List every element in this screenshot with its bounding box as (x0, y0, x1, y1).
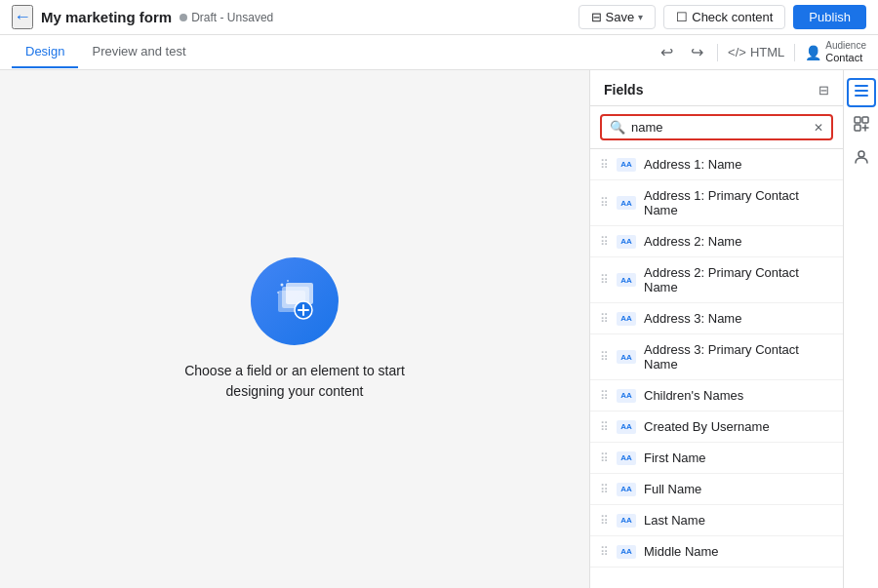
publish-label: Publish (809, 10, 851, 24)
clear-icon[interactable]: ✕ (814, 121, 823, 135)
field-name: Address 2: Primary Contact Name (644, 265, 833, 294)
undo-button[interactable]: ↩ (657, 41, 677, 63)
publish-button[interactable]: Publish (793, 5, 866, 29)
sidebar-personalize-button[interactable] (847, 144, 876, 174)
grid-icon: ⊟ (818, 83, 829, 98)
placeholder-icon (251, 257, 339, 345)
field-type-icon: AA (617, 420, 636, 434)
field-name: Address 1: Name (644, 157, 741, 172)
topbar-right: ⊟ Save ▾ ☐ Check content Publish (579, 5, 866, 29)
field-type-icon: AA (617, 273, 636, 287)
field-type-icon: AA (617, 312, 636, 326)
tab-design-label: Design (25, 44, 64, 59)
main-content: Choose a field or an element to start de… (0, 70, 878, 588)
search-input[interactable] (631, 120, 808, 135)
drag-handle-icon: ⠿ (600, 483, 609, 496)
list-item[interactable]: ⠿ AA Address 3: Primary Contact Name (590, 334, 843, 380)
field-name: Address 3: Name (644, 311, 741, 326)
divider (717, 44, 718, 61)
check-content-button[interactable]: ☐ Check content (663, 5, 785, 29)
back-button[interactable]: ← (12, 5, 33, 29)
fields-title: Fields (604, 82, 643, 98)
drag-handle-icon: ⠿ (600, 196, 609, 210)
canvas-placeholder: Choose a field or an element to start de… (184, 257, 405, 402)
list-item[interactable]: ⠿ AA Address 3: Name (590, 303, 843, 334)
html-button[interactable]: </> HTML (728, 45, 784, 59)
svg-rect-14 (855, 125, 860, 131)
list-item[interactable]: ⠿ AA Address 2: Name (590, 226, 843, 257)
check-content-label: Check content (692, 10, 773, 24)
list-item[interactable]: ⠿ AA First Name (590, 443, 843, 474)
tabs-container: Design Preview and test (12, 36, 200, 68)
list-item[interactable]: ⠿ AA Address 2: Primary Contact Name (590, 257, 843, 303)
field-name: Created By Username (644, 419, 770, 434)
drag-handle-icon: ⠿ (600, 514, 609, 528)
drag-handle-icon: ⠿ (600, 350, 609, 364)
redo-button[interactable]: ↪ (687, 41, 707, 63)
field-type-icon: AA (617, 483, 636, 496)
divider2 (794, 44, 795, 61)
list-item[interactable]: ⠿ AA Address 1: Name (590, 149, 843, 180)
save-icon: ⊟ (591, 10, 602, 24)
personalize-icon (853, 148, 870, 170)
drag-handle-icon: ⠿ (600, 389, 609, 403)
list-item[interactable]: ⠿ AA Middle Name (590, 536, 843, 568)
field-type-icon: AA (617, 235, 636, 249)
sidebar-fields-button[interactable] (847, 78, 876, 107)
list-item[interactable]: ⠿ AA Created By Username (590, 412, 843, 443)
fields-list-icon (853, 82, 870, 103)
svg-rect-2 (286, 283, 313, 304)
field-name: Children's Names (644, 388, 743, 403)
svg-rect-10 (855, 90, 868, 92)
list-item[interactable]: ⠿ AA Last Name (590, 505, 843, 536)
topbar: ← My marketing form Draft - Unsaved ⊟ Sa… (0, 0, 878, 35)
audience-line2: Contact (825, 52, 866, 64)
search-icon: 🔍 (610, 120, 625, 135)
field-name: Last Name (644, 513, 705, 528)
right-sidebar (843, 70, 878, 588)
svg-point-17 (858, 151, 864, 157)
placeholder-line2: designing your content (184, 381, 405, 402)
fields-view-toggle[interactable]: ⊟ (818, 83, 829, 98)
tab-design[interactable]: Design (12, 36, 78, 68)
save-button[interactable]: ⊟ Save ▾ (579, 5, 657, 29)
list-item[interactable]: ⠿ AA Children's Names (590, 380, 843, 412)
field-type-icon: AA (617, 545, 636, 559)
svg-point-6 (281, 283, 284, 286)
undo-icon: ↩ (660, 44, 673, 60)
status-badge: Draft - Unsaved (180, 11, 273, 24)
status-dot (180, 14, 187, 21)
drag-handle-icon: ⠿ (600, 273, 609, 287)
redo-icon: ↪ (691, 44, 703, 60)
save-label: Save (606, 10, 635, 24)
html-code-icon: </> (728, 45, 746, 59)
audience-icon: 👤 (805, 45, 821, 60)
field-type-icon: AA (617, 350, 636, 364)
list-item[interactable]: ⠿ AA Address 1: Primary Contact Name (590, 180, 843, 226)
audience-labels: Audience Contact (825, 40, 866, 64)
field-type-icon: AA (617, 451, 636, 465)
list-item[interactable]: ⠿ AA Full Name (590, 474, 843, 505)
tab-preview-label: Preview and test (92, 44, 185, 59)
add-element-icon (853, 115, 870, 137)
html-label: HTML (750, 45, 784, 59)
tab-preview[interactable]: Preview and test (78, 36, 199, 68)
field-name: Full Name (644, 482, 701, 496)
field-name: Address 3: Primary Contact Name (644, 342, 833, 372)
status-text: Draft - Unsaved (191, 11, 273, 24)
fields-list: ⠿ AA Address 1: Name ⠿ AA Address 1: Pri… (590, 149, 843, 588)
drag-handle-icon: ⠿ (600, 420, 609, 434)
svg-rect-13 (862, 117, 868, 123)
drag-handle-icon: ⠿ (600, 312, 609, 326)
fields-panel: Fields ⊟ 🔍 ✕ ⠿ AA Address 1: Name ⠿ AA A… (589, 70, 843, 588)
svg-point-8 (287, 280, 289, 282)
fields-header: Fields ⊟ (590, 70, 843, 106)
field-name: Address 1: Primary Contact Name (644, 188, 833, 217)
placeholder-line1: Choose a field or an element to start (184, 361, 405, 381)
drag-handle-icon: ⠿ (600, 451, 609, 465)
drag-handle-icon: ⠿ (600, 545, 609, 559)
svg-rect-9 (855, 85, 868, 87)
drag-handle-icon: ⠿ (600, 235, 609, 249)
field-type-icon: AA (617, 196, 636, 210)
sidebar-add-button[interactable] (847, 111, 876, 140)
